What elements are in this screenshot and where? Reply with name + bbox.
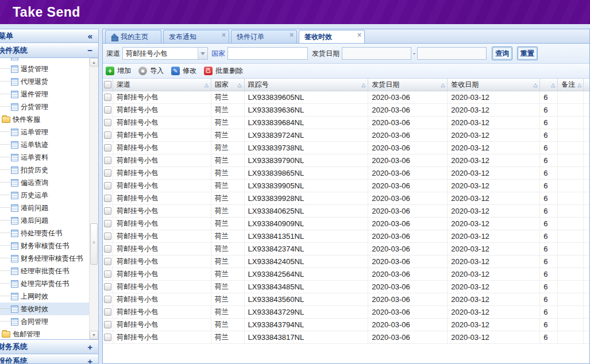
batch-delete-button[interactable]: 己批量删除 — [204, 66, 243, 76]
close-icon[interactable]: × — [357, 32, 361, 38]
sort-icon[interactable]: △ — [202, 82, 209, 88]
row-checkbox[interactable] — [103, 331, 113, 343]
row-checkbox[interactable] — [103, 218, 113, 230]
row-checkbox[interactable] — [103, 180, 113, 192]
country-input[interactable] — [227, 47, 308, 60]
import-button[interactable]: ✱导入 — [138, 66, 164, 76]
accordion-express-system[interactable]: 快件系统 − — [0, 43, 98, 58]
close-icon[interactable]: × — [290, 32, 294, 38]
table-row[interactable]: 荷邮挂号小包荷兰LX933842374NL2020-03-062020-03-1… — [103, 243, 589, 255]
column-header[interactable]: △ — [540, 79, 558, 91]
date-to-input[interactable] — [417, 47, 487, 60]
sidebar-item-经理审批责任书[interactable]: 经理审批责任书 — [0, 265, 98, 277]
reset-button[interactable]: 重置 — [517, 47, 538, 60]
select-all-checkbox[interactable] — [103, 79, 113, 91]
column-header-签收日期[interactable]: 签收日期△ — [448, 79, 540, 91]
sidebar-item-退件管理[interactable]: 退件管理 — [0, 88, 98, 100]
sort-icon[interactable]: △ — [549, 82, 555, 88]
edit-button[interactable]: ✎修改 — [171, 66, 196, 76]
row-checkbox[interactable] — [103, 154, 113, 166]
sidebar-item-上网时效[interactable]: 上网时效 — [0, 290, 98, 303]
table-row[interactable]: 荷邮挂号小包荷兰LX933840909NL2020-03-062020-03-1… — [103, 218, 589, 230]
sort-icon[interactable]: △ — [236, 82, 242, 88]
column-header-渠道[interactable]: 渠道△ — [113, 79, 211, 91]
table-row[interactable]: 荷邮挂号小包荷兰LX933840625NL2020-03-062020-03-1… — [103, 205, 589, 218]
scrollbar-thumb[interactable]: ≡ — [90, 223, 98, 265]
table-row[interactable]: 荷邮挂号小包荷兰LX933839636NL2020-03-062020-03-1… — [103, 104, 589, 117]
sidebar-item-扣货历史[interactable]: 扣货历史 — [0, 164, 98, 176]
sidebar-item-分货管理[interactable]: 分货管理 — [0, 100, 98, 113]
sidebar-item-财务审核责任书[interactable]: 财务审核责任书 — [0, 239, 98, 252]
table-row[interactable]: 荷邮挂号小包荷兰LX933839865NL2020-03-062020-03-1… — [103, 167, 589, 180]
table-row[interactable]: 荷邮挂号小包荷兰LX933839738NL2020-03-062020-03-1… — [103, 142, 589, 154]
tab-发布通知[interactable]: 发布通知× — [163, 30, 229, 43]
table-row[interactable]: 荷邮挂号小包荷兰LX933839928NL2020-03-062020-03-1… — [103, 192, 589, 205]
table-row[interactable]: 荷邮挂号小包荷兰LX933839684NL2020-03-062020-03-1… — [103, 117, 589, 129]
row-checkbox[interactable] — [103, 167, 113, 179]
table-row[interactable]: 荷邮挂号小包荷兰LX933841351NL2020-03-062020-03-1… — [103, 230, 589, 243]
table-row[interactable]: 荷邮挂号小包荷兰LX933842564NL2020-03-062020-03-1… — [103, 268, 589, 281]
row-checkbox[interactable] — [103, 268, 113, 280]
channel-select[interactable]: 荷邮挂号小包 — [122, 47, 208, 60]
sidebar-item-港前问题[interactable]: 港前问题 — [0, 202, 98, 214]
row-checkbox[interactable] — [103, 142, 113, 154]
sort-icon[interactable]: △ — [575, 82, 581, 88]
sidebar-scrollbar[interactable]: ▲ ≡ ▼ — [89, 58, 98, 339]
row-checkbox[interactable] — [103, 230, 113, 242]
row-checkbox[interactable] — [103, 104, 113, 116]
sidebar-item-合同管理[interactable]: 合同管理 — [0, 315, 98, 328]
sidebar-item-偏远查询[interactable]: 偏远查询 — [0, 176, 98, 189]
sidebar-item-快件客服[interactable]: 快件客服 — [0, 113, 98, 126]
scroll-down-icon[interactable]: ▼ — [90, 331, 98, 339]
accordion-finance-system[interactable]: 财务系统 + — [0, 339, 98, 354]
row-checkbox[interactable] — [103, 281, 113, 293]
table-row[interactable]: 荷邮挂号小包荷兰LX933843794NL2020-03-062020-03-1… — [103, 319, 589, 331]
table-row[interactable]: 荷邮挂号小包荷兰LX933843560NL2020-03-062020-03-1… — [103, 293, 589, 306]
close-icon[interactable]: × — [222, 32, 226, 38]
table-row[interactable]: 荷邮挂号小包荷兰LX933843729NL2020-03-062020-03-1… — [103, 306, 589, 319]
sidebar-item-运单轨迹[interactable]: 运单轨迹 — [0, 138, 98, 151]
expand-icon[interactable]: + — [87, 342, 92, 352]
sidebar-item-处理完毕责任书[interactable]: 处理完毕责任书 — [0, 277, 98, 290]
row-checkbox[interactable] — [103, 117, 113, 129]
column-header-备注[interactable]: 备注△ — [558, 79, 584, 91]
column-header-国家[interactable]: 国家△ — [211, 79, 245, 91]
row-checkbox[interactable] — [103, 205, 113, 217]
date-from-input[interactable] — [342, 47, 411, 60]
sidebar-item-财务经理审核责任书[interactable]: 财务经理审核责任书 — [0, 252, 98, 265]
table-row[interactable]: 荷邮挂号小包荷兰LX933843485NL2020-03-062020-03-1… — [103, 281, 589, 293]
table-row[interactable]: 荷邮挂号小包荷兰LX933843817NL2020-03-062020-03-1… — [103, 331, 589, 344]
sidebar-item[interactable] — [0, 58, 98, 63]
chevron-down-icon[interactable] — [198, 48, 207, 59]
sidebar-item-港后问题[interactable]: 港后问题 — [0, 214, 98, 227]
expand-icon[interactable]: + — [87, 357, 92, 364]
sidebar-item-代理退货[interactable]: 代理退货 — [0, 75, 98, 88]
table-row[interactable]: 荷邮挂号小包荷兰LX933842405NL2020-03-062020-03-1… — [103, 255, 589, 268]
sidebar-item-运单管理[interactable]: 运单管理 — [0, 126, 98, 138]
table-row[interactable]: 荷邮挂号小包荷兰LX933839605NL2020-03-062020-03-1… — [103, 91, 589, 104]
tab-签收时效[interactable]: 签收时效× — [299, 30, 365, 43]
collapse-sidebar-icon[interactable]: « — [88, 31, 92, 41]
row-checkbox[interactable] — [103, 293, 113, 305]
add-button[interactable]: +增加 — [106, 66, 131, 76]
row-checkbox[interactable] — [103, 192, 113, 204]
sidebar-item-待处理责任书[interactable]: 待处理责任书 — [0, 227, 98, 239]
table-row[interactable]: 荷邮挂号小包荷兰LX933839905NL2020-03-062020-03-1… — [103, 180, 589, 192]
row-checkbox[interactable] — [103, 255, 113, 268]
sidebar-item-退货管理[interactable]: 退货管理 — [0, 63, 98, 75]
sidebar-item-签收时效[interactable]: 签收时效 — [0, 303, 98, 315]
sort-icon[interactable]: △ — [359, 82, 365, 88]
table-row[interactable]: 荷邮挂号小包荷兰LX933839790NL2020-03-062020-03-1… — [103, 154, 589, 167]
tab-我的主页[interactable]: 我的主页 — [105, 30, 161, 43]
sidebar-item-包邮管理[interactable]: 包邮管理 — [0, 328, 98, 339]
row-checkbox[interactable] — [103, 243, 113, 255]
sort-icon[interactable]: △ — [531, 82, 537, 88]
row-checkbox[interactable] — [103, 91, 113, 103]
sidebar-item-历史运单[interactable]: 历史运单 — [0, 189, 98, 202]
table-row[interactable]: 荷邮挂号小包荷兰LX933839724NL2020-03-062020-03-1… — [103, 129, 589, 142]
collapse-icon[interactable]: − — [87, 45, 92, 55]
row-checkbox[interactable] — [103, 129, 113, 141]
search-button[interactable]: 查询 — [492, 47, 512, 60]
scroll-up-icon[interactable]: ▲ — [90, 58, 98, 67]
sort-icon[interactable]: △ — [438, 82, 445, 88]
